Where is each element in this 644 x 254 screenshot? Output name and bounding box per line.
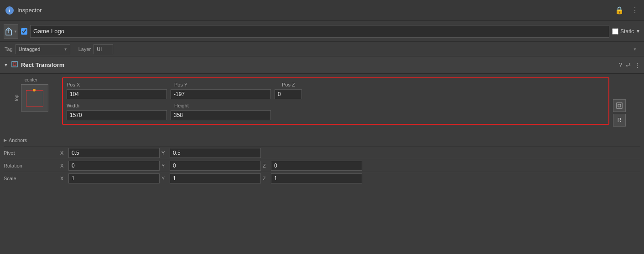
scale-z-input[interactable]	[271, 173, 362, 183]
more-options-icon[interactable]: ⋮	[631, 6, 639, 15]
svg-rect-5	[617, 103, 622, 108]
svg-rect-6	[618, 104, 621, 107]
panel-title: Inspector	[17, 7, 42, 14]
static-container: Static ▼	[612, 28, 640, 35]
rotation-label: Rotation	[4, 163, 58, 168]
scale-x-label: X	[60, 176, 67, 181]
pos-x-input[interactable]	[67, 89, 167, 99]
scale-y-label: Y	[161, 176, 168, 181]
anchors-row: ▶ Anchors	[4, 134, 640, 147]
more-icon[interactable]: ⋮	[634, 61, 640, 68]
rect-right-buttons: R	[613, 77, 640, 128]
game-object-row: ▼ Static ▼	[0, 21, 644, 42]
tag-layer-row: Tag Untagged Layer UI	[0, 42, 644, 56]
anchors-expandable[interactable]: ▶ Anchors	[4, 137, 63, 143]
wh-inputs-row	[67, 110, 605, 120]
component-title: Rect Transform	[21, 61, 64, 68]
pos-y-input[interactable]	[171, 89, 271, 99]
anchors-label: Anchors	[9, 137, 63, 143]
rot-y-input[interactable]	[170, 161, 261, 171]
scale-x-input[interactable]	[68, 173, 160, 183]
height-label: Height	[174, 103, 278, 108]
wh-labels-row: Width Height	[67, 103, 605, 108]
title-bar: i Inspector 🔒 ⋮	[0, 0, 644, 21]
height-input[interactable]	[171, 110, 271, 120]
scale-y-input[interactable]	[170, 173, 261, 183]
layer-label: Layer	[78, 46, 91, 52]
scale-row: Scale X Y Z	[4, 172, 640, 185]
pos-labels-row: Pos X Pos Y Pos Z	[67, 82, 605, 87]
tag-select-wrapper[interactable]: Untagged	[16, 44, 70, 54]
component-header-actions: ? ⇄ ⋮	[619, 61, 640, 68]
pivot-x-input[interactable]	[68, 148, 160, 158]
rot-z-label: Z	[263, 163, 269, 168]
scale-label: Scale	[4, 176, 58, 181]
width-input[interactable]	[67, 110, 167, 120]
rot-z-input[interactable]	[271, 161, 362, 171]
blueprint-btn[interactable]	[613, 99, 626, 112]
adjust-icon[interactable]: ⇄	[626, 61, 631, 68]
rect-transform-icon	[11, 61, 18, 69]
svg-rect-4	[13, 63, 16, 66]
anchor-diagram: center top	[4, 77, 58, 128]
anchor-inner-rect	[26, 90, 43, 107]
width-label: Width	[67, 103, 171, 108]
rect-transform-section: ▼ Rect Transform ? ⇄ ⋮ center top	[0, 56, 644, 188]
static-label: Static	[620, 28, 634, 35]
anchor-dot	[33, 89, 36, 91]
pivot-inputs: X Y	[60, 148, 640, 158]
static-checkbox[interactable]	[612, 28, 618, 35]
rotation-row: Rotation X Y Z	[4, 159, 640, 172]
pivot-x-label: X	[60, 150, 67, 156]
scale-inputs: X Y Z	[60, 173, 640, 183]
rect-transform-body: center top Pos X Pos Y Pos Z	[0, 74, 644, 132]
pivot-row: Pivot X Y	[4, 147, 640, 159]
game-object-name-input[interactable]	[30, 25, 609, 38]
active-checkbox[interactable]	[21, 28, 27, 35]
tag-select[interactable]: Untagged	[16, 44, 70, 54]
component-header: ▼ Rect Transform ? ⇄ ⋮	[0, 56, 644, 74]
layer-select-wrapper[interactable]: UI	[93, 44, 639, 54]
pos-inputs-row	[67, 89, 605, 99]
reset-icon: R	[618, 117, 622, 123]
reset-btn[interactable]: R	[613, 114, 626, 127]
static-dropdown-arrow[interactable]: ▼	[636, 29, 640, 34]
rot-y-label: Y	[161, 163, 168, 168]
rot-x-label: X	[60, 163, 67, 168]
pivot-label: Pivot	[4, 150, 58, 156]
info-icon: i	[5, 6, 14, 15]
anchor-box[interactable]	[21, 84, 48, 112]
layer-select[interactable]: UI	[93, 44, 113, 54]
anchors-arrow: ▶	[4, 138, 7, 142]
anchor-top-label: top	[14, 95, 19, 101]
anchor-center-label: center	[25, 77, 37, 82]
cube-icon: ▼	[4, 24, 18, 39]
pos-y-label: Pos Y	[174, 82, 278, 87]
pivot-y-label: Y	[161, 150, 168, 156]
help-icon[interactable]: ?	[619, 61, 622, 68]
fields-area: Pos X Pos Y Pos Z Width Height	[62, 77, 609, 128]
pos-z-input[interactable]	[275, 89, 302, 99]
scale-z-label: Z	[263, 176, 269, 181]
rot-x-input[interactable]	[68, 161, 160, 171]
lower-props: ▶ Anchors Pivot X Y Rotation X Y Z	[0, 132, 644, 188]
anchor-visual: top	[14, 84, 48, 112]
pos-z-label: Pos Z	[282, 82, 386, 87]
tag-label: Tag	[5, 46, 13, 52]
pos-size-box: Pos X Pos Y Pos Z Width Height	[62, 77, 609, 125]
rotation-inputs: X Y Z	[60, 161, 640, 171]
pos-x-label: Pos X	[67, 82, 171, 87]
collapse-arrow[interactable]: ▼	[4, 62, 8, 67]
lock-icon[interactable]: 🔒	[615, 6, 624, 15]
svg-rect-3	[12, 61, 17, 67]
pivot-y-input[interactable]	[170, 148, 261, 158]
